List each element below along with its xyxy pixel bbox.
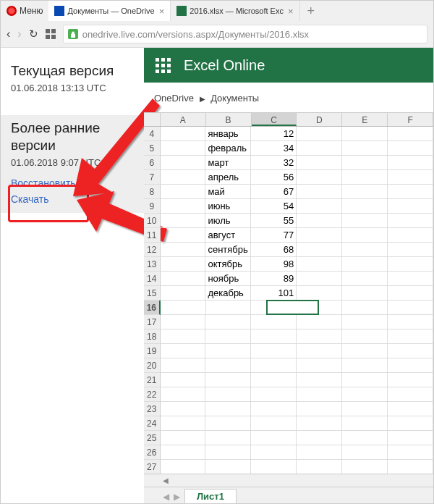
cell[interactable]	[161, 214, 206, 228]
cell[interactable]	[205, 373, 251, 387]
cell[interactable]	[388, 127, 433, 141]
earlier-version-item[interactable]: Более ранние версии 01.06.2018 9:07 UTC …	[1, 115, 144, 213]
breadcrumb-folder[interactable]: Документы	[210, 93, 259, 104]
col-header-E[interactable]: E	[342, 113, 388, 126]
cell[interactable]	[388, 199, 433, 214]
cell[interactable]	[297, 199, 342, 214]
cell[interactable]	[342, 170, 388, 185]
reload-button[interactable]: ↻	[29, 28, 38, 41]
cell[interactable]	[161, 141, 206, 156]
cell[interactable]	[161, 257, 206, 272]
cell[interactable]	[251, 329, 297, 344]
cell[interactable]	[388, 228, 433, 243]
cell[interactable]: 34	[251, 141, 297, 156]
cell[interactable]	[205, 445, 251, 460]
row-header[interactable]: 22	[144, 387, 161, 402]
cell[interactable]	[342, 373, 388, 387]
cell[interactable]	[297, 460, 342, 474]
cell[interactable]	[205, 402, 251, 416]
row-header[interactable]: 27	[144, 460, 161, 474]
cell[interactable]: февраль	[205, 141, 251, 156]
cell[interactable]	[342, 286, 388, 301]
cell[interactable]: 55	[251, 214, 297, 228]
cell[interactable]	[205, 460, 251, 474]
cell[interactable]: 54	[251, 199, 297, 214]
cell[interactable]: сентябрь	[205, 243, 251, 257]
cell[interactable]	[388, 156, 433, 170]
cell[interactable]	[342, 315, 388, 329]
cell[interactable]	[297, 170, 342, 185]
cell[interactable]: август	[205, 228, 251, 243]
row-header[interactable]: 5	[144, 141, 161, 156]
row-header[interactable]: 19	[144, 344, 161, 358]
cell[interactable]	[388, 329, 433, 344]
cell[interactable]	[161, 156, 206, 170]
cell[interactable]	[388, 445, 433, 460]
cell[interactable]	[161, 170, 206, 185]
row-header[interactable]: 16	[144, 301, 161, 315]
cell[interactable]	[297, 272, 342, 286]
close-icon[interactable]: ×	[288, 6, 294, 17]
cell[interactable]	[161, 373, 206, 387]
cell[interactable]: март	[205, 156, 251, 170]
sheet-tab[interactable]: Лист1	[184, 489, 237, 505]
cell[interactable]	[388, 141, 433, 156]
cell[interactable]	[251, 431, 297, 445]
cell[interactable]	[342, 416, 388, 431]
cell[interactable]	[251, 387, 297, 402]
cell[interactable]	[388, 301, 433, 315]
cell[interactable]	[342, 431, 388, 445]
cell[interactable]	[388, 257, 433, 272]
horizontal-scrollbar[interactable]: ◀	[144, 474, 433, 487]
cell[interactable]	[297, 185, 342, 199]
cell[interactable]	[161, 431, 206, 445]
cell[interactable]	[388, 416, 433, 431]
row-header[interactable]: 10	[144, 214, 161, 228]
cell[interactable]	[297, 257, 342, 272]
cell[interactable]	[297, 315, 342, 329]
cell[interactable]: ноябрь	[205, 272, 251, 286]
tab-onedrive[interactable]: Документы — OneDrive ×	[48, 1, 171, 21]
cell[interactable]	[297, 431, 342, 445]
row-header[interactable]: 12	[144, 243, 161, 257]
cell[interactable]: 56	[251, 170, 297, 185]
cell[interactable]	[205, 431, 251, 445]
prev-sheet-icon[interactable]: ◀	[163, 492, 169, 502]
new-tab-button[interactable]: +	[300, 4, 323, 19]
row-header[interactable]: 7	[144, 170, 161, 185]
cell[interactable]	[342, 185, 388, 199]
cell[interactable]	[388, 272, 433, 286]
cell[interactable]	[297, 243, 342, 257]
spreadsheet-grid[interactable]: ABCDEF 4 январь 12 5 февраль 34 6 март 3…	[144, 112, 433, 474]
restore-link[interactable]: Восстановить	[11, 175, 144, 191]
cell[interactable]	[205, 358, 251, 373]
cell[interactable]	[297, 344, 342, 358]
cell[interactable]	[388, 185, 433, 199]
cell[interactable]: 67	[251, 185, 297, 199]
cell[interactable]	[342, 358, 388, 373]
cell[interactable]	[161, 272, 206, 286]
cell[interactable]	[161, 344, 206, 358]
cell[interactable]	[342, 257, 388, 272]
cell[interactable]	[342, 141, 388, 156]
cell[interactable]	[161, 329, 206, 344]
cell[interactable]	[342, 402, 388, 416]
cell[interactable]	[297, 402, 342, 416]
row-header[interactable]: 6	[144, 156, 161, 170]
cell[interactable]	[205, 315, 251, 329]
cell[interactable]	[388, 358, 433, 373]
row-header[interactable]: 14	[144, 272, 161, 286]
cell[interactable]	[161, 416, 206, 431]
cell[interactable]	[161, 127, 206, 141]
row-header[interactable]: 23	[144, 402, 161, 416]
col-header-A[interactable]: A	[161, 113, 206, 126]
cell[interactable]	[342, 344, 388, 358]
close-icon[interactable]: ×	[159, 6, 165, 17]
cell[interactable]	[251, 344, 297, 358]
cell[interactable]	[342, 272, 388, 286]
cell[interactable]	[342, 156, 388, 170]
cell[interactable]	[161, 286, 206, 301]
cell[interactable]	[388, 460, 433, 474]
cell[interactable]	[297, 445, 342, 460]
row-header[interactable]: 25	[144, 431, 161, 445]
